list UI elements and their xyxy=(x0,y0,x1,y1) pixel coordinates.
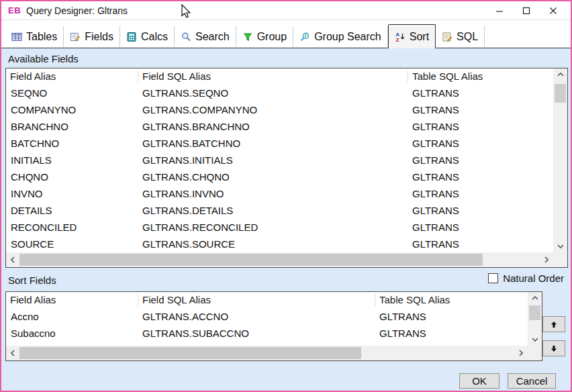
cell: SEQNO xyxy=(6,87,138,99)
cell: INVNO xyxy=(6,188,138,199)
scroll-down-button[interactable] xyxy=(553,240,567,252)
scroll-right-button[interactable] xyxy=(514,346,528,360)
group-search-icon xyxy=(299,32,310,42)
minimize-button[interactable] xyxy=(486,1,513,19)
window-controls xyxy=(486,1,567,19)
cancel-button[interactable]: Cancel xyxy=(508,373,556,389)
scrollbar-thumb[interactable] xyxy=(19,347,361,359)
scrollbar-track[interactable] xyxy=(553,81,567,240)
tab-label: Group Search xyxy=(314,31,381,43)
tab-group[interactable]: Group xyxy=(236,26,293,47)
chevron-right-icon xyxy=(544,256,549,263)
scrollbar-track[interactable] xyxy=(528,304,542,334)
chevron-down-icon xyxy=(532,338,538,342)
cell: GLTRANS xyxy=(408,205,553,216)
cell: GLTRANS xyxy=(408,104,553,115)
cell: GLTRANS xyxy=(408,222,553,233)
scroll-right-button[interactable] xyxy=(540,252,553,267)
move-up-button[interactable] xyxy=(542,316,565,332)
chevron-up-icon xyxy=(532,296,538,300)
column-header: Field SQL Alias xyxy=(138,70,408,83)
cell: DETAILS xyxy=(6,205,138,216)
available-horizontal-scrollbar[interactable] xyxy=(6,252,567,267)
cell: GLTRANS.INVNO xyxy=(138,188,408,199)
scrollbar-track[interactable] xyxy=(19,252,540,267)
natural-order-checkbox[interactable]: Natural Order xyxy=(488,273,564,284)
available-fields-rows: SEQNOGLTRANS.SEQNOGLTRANSCOMPANYNOGLTRAN… xyxy=(6,85,553,252)
available-fields-header: Field AliasField SQL AliasTable SQL Alia… xyxy=(6,68,553,85)
chevron-left-icon xyxy=(11,256,15,263)
sort-az-icon: AZ xyxy=(395,32,406,42)
minimize-icon xyxy=(495,7,504,15)
cell: Accno xyxy=(6,311,138,322)
sort-field-row[interactable]: SubaccnoGLTRANS.SUBACCNOGLTRANS xyxy=(6,325,528,342)
cell: RECONCILED xyxy=(6,222,138,233)
chevron-down-icon xyxy=(557,244,564,248)
tab-label: Sort xyxy=(410,31,429,43)
available-field-row[interactable]: BRANCHNOGLTRANS.BRANCHNOGLTRANS xyxy=(6,118,553,135)
scrollbar-thumb[interactable] xyxy=(555,84,566,103)
cell: GLTRANS.ACCNO xyxy=(138,311,375,322)
cell: GLTRANS.SOURCE xyxy=(138,238,408,250)
scroll-left-button[interactable] xyxy=(6,346,19,360)
sql-script-icon xyxy=(442,32,452,42)
close-button[interactable] xyxy=(540,1,567,19)
available-field-row[interactable]: SOURCEGLTRANS.SOURCEGLTRANS xyxy=(6,236,553,252)
maximize-icon xyxy=(522,7,530,15)
available-field-row[interactable]: INITIALSGLTRANS.INITIALSGLTRANS xyxy=(6,152,553,168)
tab-calcs[interactable]: Calcs xyxy=(120,26,175,47)
available-field-row[interactable]: COMPANYNOGLTRANS.COMPANYNOGLTRANS xyxy=(6,101,553,118)
table-icon xyxy=(11,32,22,42)
tab-tables[interactable]: Tables xyxy=(5,26,64,47)
maximize-button[interactable] xyxy=(513,1,540,19)
cell: INITIALS xyxy=(6,154,138,166)
column-header: Table SQL Alias xyxy=(408,70,553,83)
available-field-row[interactable]: DETAILSGLTRANS.DETAILSGLTRANS xyxy=(6,202,553,219)
dialog-body: Available Fields Field AliasField SQL Al… xyxy=(1,48,571,391)
tab-sort[interactable]: AZSort xyxy=(388,24,436,48)
tab-fields[interactable]: Fields xyxy=(64,26,120,47)
scroll-up-button[interactable] xyxy=(553,68,567,81)
sort-field-row[interactable]: AccnoGLTRANS.ACCNOGLTRANS xyxy=(6,308,528,325)
scrollbar-track[interactable] xyxy=(19,346,514,360)
available-field-row[interactable]: RECONCILEDGLTRANS.RECONCILEDGLTRANS xyxy=(6,219,553,236)
checkbox-box-icon[interactable] xyxy=(488,273,498,283)
scrollbar-thumb[interactable] xyxy=(529,305,540,320)
cell: GLTRANS.COMPANYNO xyxy=(138,104,408,115)
svg-text:Z: Z xyxy=(395,37,399,42)
ok-button[interactable]: OK xyxy=(459,373,499,389)
scroll-down-button[interactable] xyxy=(528,334,542,346)
titlebar: EB Query Designer: Gltrans xyxy=(1,1,571,20)
available-vertical-scrollbar[interactable] xyxy=(553,68,567,252)
query-designer-window: EB Query Designer: Gltrans TablesFieldsC… xyxy=(0,0,572,392)
cell: GLTRANS xyxy=(408,121,553,132)
tab-label: Tables xyxy=(26,31,57,43)
tab-search[interactable]: Search xyxy=(175,26,236,47)
sort-fields-header: Field AliasField SQL AliasTable SQL Alia… xyxy=(6,292,528,308)
tab-group-search[interactable]: Group Search xyxy=(293,26,388,47)
close-icon xyxy=(549,7,557,15)
sort-fields-title: Sort Fields xyxy=(8,275,56,286)
cell: GLTRANS.SEQNO xyxy=(138,87,408,99)
move-down-button[interactable] xyxy=(542,340,565,356)
column-header: Field Alias xyxy=(6,294,138,306)
available-field-row[interactable]: BATCHNOGLTRANS.BATCHNOGLTRANS xyxy=(6,135,553,152)
sort-vertical-scrollbar[interactable] xyxy=(528,292,542,346)
arrow-down-icon xyxy=(551,345,557,352)
scrollbar-corner xyxy=(528,346,542,360)
scrollbar-thumb[interactable] xyxy=(19,254,483,266)
sort-horizontal-scrollbar[interactable] xyxy=(6,346,542,360)
available-field-row[interactable]: INVNOGLTRANS.INVNOGLTRANS xyxy=(6,185,553,202)
tab-label: Calcs xyxy=(141,31,168,43)
available-field-row[interactable]: CHQNOGLTRANS.CHQNOGLTRANS xyxy=(6,168,553,185)
available-field-row[interactable]: SEQNOGLTRANS.SEQNOGLTRANS xyxy=(6,85,553,101)
search-icon xyxy=(181,32,191,42)
tab-sql[interactable]: SQL xyxy=(436,26,485,47)
scroll-left-button[interactable] xyxy=(6,252,19,267)
tab-label: Group xyxy=(257,31,287,43)
fields-icon xyxy=(70,32,81,42)
cell: SOURCE xyxy=(6,238,138,250)
scroll-up-button[interactable] xyxy=(528,292,542,304)
available-fields-title: Available Fields xyxy=(8,53,79,64)
cell: GLTRANS.DETAILS xyxy=(138,205,408,216)
